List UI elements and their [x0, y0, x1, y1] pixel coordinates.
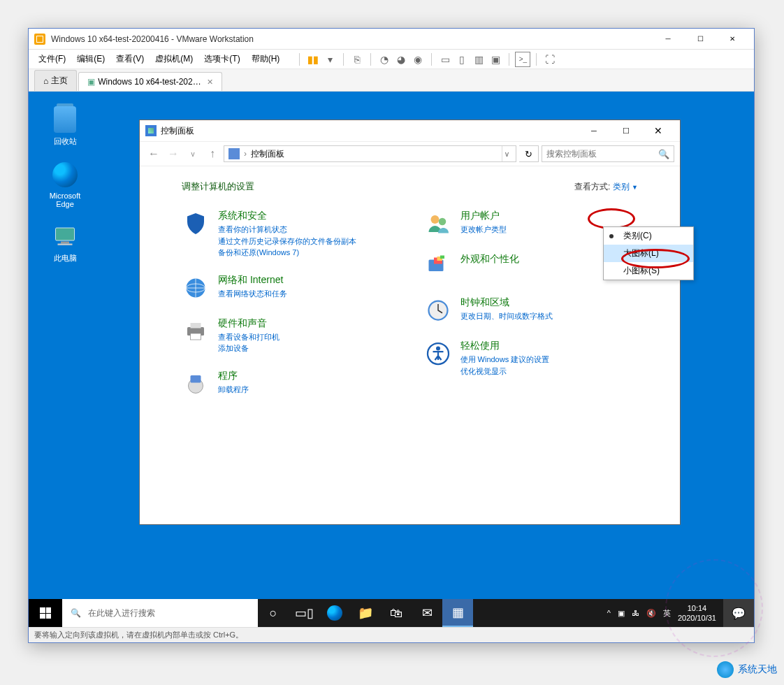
link[interactable]: 优化视觉显示 [460, 366, 550, 377]
power-dropdown-icon[interactable]: ▾ [322, 52, 337, 67]
menu-item-small-icons[interactable]: 小图标(S) [604, 262, 693, 280]
revert-icon[interactable]: ◕ [393, 52, 409, 67]
start-button[interactable] [29, 599, 62, 627]
tab-vm[interactable]: ▣ Windows 10 x64-test-202… ✕ [78, 72, 222, 91]
menu-tabs[interactable]: 选项卡(T) [200, 50, 244, 68]
menu-file[interactable]: 文件(F) [34, 50, 70, 68]
taskbar-search[interactable]: 🔍 在此键入进行搜索 [62, 599, 258, 627]
layout-icon[interactable]: ▥ [471, 52, 486, 67]
back-button[interactable]: ← [145, 145, 162, 162]
link[interactable]: 备份和还原(Windows 7) [218, 247, 356, 259]
cortana-icon[interactable]: ○ [258, 599, 289, 627]
menu-view[interactable]: 查看(V) [112, 50, 148, 68]
link[interactable]: 通过文件历史记录保存你的文件备份副本 [218, 236, 356, 247]
taskbar-edge-icon[interactable] [319, 599, 350, 627]
close-tab-icon[interactable]: ✕ [207, 78, 213, 87]
menu-item-large-icons[interactable]: 大图标(L) [604, 245, 693, 262]
menu-item-category[interactable]: 类别(C) [604, 227, 693, 245]
console-icon[interactable]: >_ [515, 52, 530, 67]
cp-heading: 调整计算机的设置 [182, 180, 254, 193]
pause-button[interactable]: ▮▮ [305, 52, 321, 67]
view-mode-dropdown[interactable]: 类别 ▼ [613, 182, 638, 192]
link[interactable]: 查看网络状态和任务 [218, 288, 287, 300]
cp-titlebar[interactable]: 控制面板 ─ ☐ ✕ [140, 120, 680, 141]
taskbar-control-panel-icon[interactable]: ▦ [442, 599, 473, 627]
vmware-titlebar[interactable]: Windows 10 x64-test-20200416 - VMware Wo… [29, 29, 754, 50]
menu-vm[interactable]: 虚拟机(M) [151, 50, 197, 68]
cp-window-controls: ─ ☐ ✕ [578, 120, 674, 141]
tray-network-icon[interactable]: 🖧 [632, 609, 639, 617]
tray-up-icon[interactable]: ^ [607, 609, 611, 617]
appearance-icon [424, 253, 452, 281]
action-center-icon[interactable]: 💬 [723, 599, 754, 627]
breadcrumb[interactable]: 控制面板 [251, 148, 284, 160]
network-icon [182, 274, 210, 302]
link[interactable]: 卸载程序 [218, 384, 249, 396]
vmware-icon [34, 34, 45, 45]
link[interactable]: 查看你的计算机状态 [218, 224, 356, 236]
taskbar-explorer-icon[interactable]: 📁 [350, 599, 381, 627]
recent-dropdown[interactable]: v [184, 145, 201, 162]
link[interactable]: 使用 Windows 建议的设置 [460, 354, 550, 366]
cat-programs[interactable]: 程序 卸载程序 [182, 370, 396, 398]
tab-home[interactable]: ⌂ 主页 [34, 70, 77, 91]
control-panel-icon [145, 125, 157, 136]
system-tray: ^ ▣ 🖧 🔇 英 10:14 2020/10/31 [600, 603, 723, 623]
taskbar-store-icon[interactable]: 🛍 [381, 599, 412, 627]
forward-button[interactable]: → [165, 145, 182, 162]
vmware-title: Windows 10 x64-test-20200416 - VMware Wo… [51, 34, 652, 44]
send-ctrl-alt-del-icon[interactable]: ⎘ [349, 52, 365, 67]
search-input[interactable] [546, 149, 658, 159]
task-view-icon[interactable]: ▭▯ [289, 599, 319, 627]
chevron-down-icon: ▼ [632, 184, 638, 191]
link[interactable]: 添加设备 [218, 342, 280, 354]
vmware-toolbar: ▮▮ ▾ ⎘ ◔ ◕ ◉ ▭ ▯ ▥ ▣ >_ ⛶ [295, 52, 558, 67]
menu-help[interactable]: 帮助(H) [247, 50, 284, 68]
fullscreen-icon[interactable]: ⛶ [542, 52, 558, 67]
desktop-icon-recycle[interactable]: 回收站 [43, 106, 87, 147]
minimize-button[interactable]: ─ [578, 120, 610, 141]
taskbar: 🔍 在此键入进行搜索 ○ ▭▯ 📁 🛍 ✉ ▦ ^ ▣ 🖧 🔇 英 10 [29, 599, 754, 627]
address-dropdown-icon[interactable]: v [502, 146, 511, 161]
layout-icon[interactable]: ▭ [437, 52, 453, 67]
menu-edit[interactable]: 编辑(E) [73, 50, 109, 68]
layout-icon[interactable]: ▯ [454, 52, 470, 67]
watermark: 系统天地 [717, 661, 777, 678]
ime-indicator[interactable]: 英 [663, 608, 671, 619]
link[interactable]: 更改帐户类型 [460, 224, 507, 236]
cat-ease[interactable]: 轻松使用 使用 Windows 建议的设置 优化视觉显示 [424, 340, 639, 377]
link[interactable]: 查看设备和打印机 [218, 331, 280, 343]
svg-rect-1 [61, 242, 69, 244]
cat-network[interactable]: 网络和 Internet 查看网络状态和任务 [182, 274, 396, 302]
category-grid: 系统和安全 查看你的计算机状态 通过文件历史记录保存你的文件备份副本 备份和还原… [182, 210, 638, 398]
link[interactable]: 更改日期、时间或数字格式 [460, 310, 553, 322]
refresh-button[interactable]: ↻ [519, 145, 539, 162]
up-button[interactable]: ↑ [204, 145, 221, 162]
desktop-icon-edge[interactable]: Microsoft Edge [43, 161, 87, 208]
layout-icon[interactable]: ▣ [488, 52, 503, 67]
minimize-button[interactable]: ─ [652, 29, 684, 50]
taskbar-clock[interactable]: 10:14 2020/10/31 [678, 603, 716, 623]
edge-icon [52, 162, 78, 187]
close-button[interactable]: ✕ [716, 29, 748, 50]
desktop-icon-pc[interactable]: 此电脑 [43, 222, 87, 264]
close-button[interactable]: ✕ [642, 120, 674, 141]
cat-hardware[interactable]: 硬件和声音 查看设备和打印机 添加设备 [182, 317, 396, 354]
cat-clock[interactable]: 时钟和区域 更改日期、时间或数字格式 [424, 296, 639, 324]
tray-volume-icon[interactable]: 🔇 [646, 609, 656, 618]
address-bar[interactable]: › 控制面板 v [224, 145, 516, 162]
vm-icon: ▣ [87, 77, 95, 87]
manage-snapshot-icon[interactable]: ◉ [410, 52, 426, 67]
cat-system-security[interactable]: 系统和安全 查看你的计算机状态 通过文件历史记录保存你的文件备份副本 备份和还原… [182, 210, 396, 259]
vmware-window: Windows 10 x64-test-20200416 - VMware Wo… [28, 28, 755, 643]
taskbar-mail-icon[interactable]: ✉ [412, 599, 442, 627]
cp-navbar: ← → v ↑ › 控制面板 v ↻ 🔍 [140, 141, 680, 166]
maximize-button[interactable]: ☐ [610, 120, 642, 141]
search-box[interactable]: 🔍 [542, 145, 674, 162]
maximize-button[interactable]: ☐ [684, 29, 716, 50]
svg-rect-0 [56, 228, 75, 240]
guest-desktop[interactable]: 回收站 Microsoft Edge 此电脑 控制面板 ─ ☐ [29, 92, 754, 627]
programs-icon [182, 370, 210, 398]
snapshot-icon[interactable]: ◔ [377, 52, 392, 67]
tray-vmware-icon[interactable]: ▣ [618, 609, 625, 618]
